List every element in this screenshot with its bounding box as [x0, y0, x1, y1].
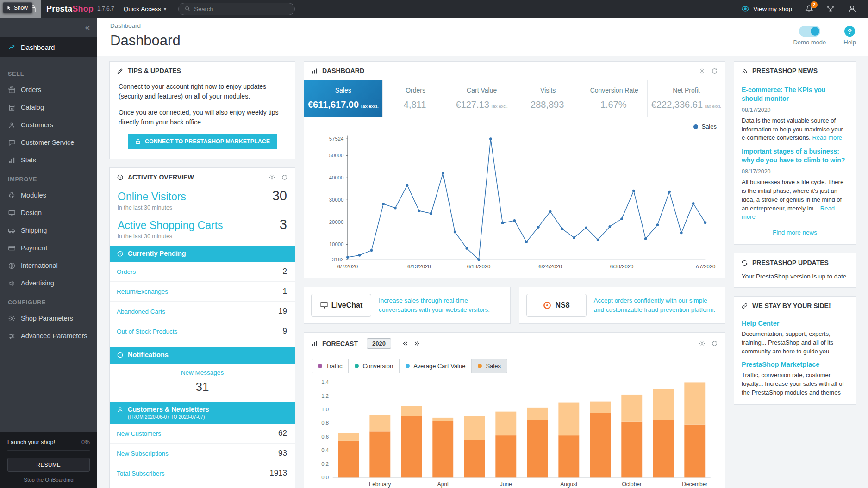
metric-tab-sales[interactable]: Sales [471, 359, 507, 373]
gamification-button[interactable] [826, 5, 835, 13]
sidebar-item-advanced-parameters[interactable]: Advanced Parameters [0, 327, 97, 345]
chat-bubble-icon [8, 139, 16, 147]
sidebar-section-configure: CONFIGURE Shop Parameters Advanced Param… [0, 292, 97, 345]
article-title-link[interactable]: Important stages of a business: why do y… [742, 147, 848, 165]
rewind-icon[interactable] [402, 340, 409, 347]
svg-text:50000: 50000 [329, 153, 344, 158]
online-visitors-link[interactable]: Online Visitors [118, 191, 186, 203]
sidebar-item-label: Catalog [21, 104, 44, 111]
new-customers-link[interactable]: New Customers [117, 430, 161, 437]
search-input[interactable] [194, 6, 289, 12]
kpi-tab-sales[interactable]: Sales €611,617.00Tax excl. [304, 80, 383, 117]
help-center-link[interactable]: Help Center [742, 320, 848, 327]
panel-title: TIPS & UPDATES [128, 67, 181, 74]
article-title-link[interactable]: E-commerce: The KPIs you should monitor [742, 86, 848, 103]
abandoned-carts-link[interactable]: Abandoned Carts [117, 308, 165, 315]
kpi-tab-visits[interactable]: Visits 288,893 [515, 80, 581, 117]
demo-mode-toggle[interactable] [799, 26, 820, 37]
sidebar-item-shop-parameters[interactable]: Shop Parameters [0, 309, 97, 327]
panel-title: PRESTASHOP UPDATES [752, 259, 829, 266]
show-onboarding-button[interactable]: Show [3, 2, 32, 13]
refresh-icon[interactable] [711, 68, 718, 74]
active-carts-link[interactable]: Active Shopping Carts [118, 219, 223, 232]
account-button[interactable] [848, 4, 857, 13]
sidebar-item-orders[interactable]: Orders [0, 81, 97, 99]
kpi-tab-orders[interactable]: Orders 4,811 [383, 80, 449, 117]
pending-orders-link[interactable]: Orders [117, 268, 136, 275]
sidebar-section-improve: IMPROVE Modules Design Shipping Payment … [0, 169, 97, 292]
middle-column: DASHBOARD Sales €611,617.00Tax excl. Ord… [304, 61, 725, 488]
prestashop-logo[interactable]: Show [0, 0, 41, 18]
resume-onboarding-button[interactable]: RESUME [7, 458, 90, 472]
credit-card-icon [8, 244, 16, 252]
customers-row: Total Subscribers1913 [110, 463, 295, 483]
svg-text:40000: 40000 [329, 175, 344, 180]
sidebar-item-shipping[interactable]: Shipping [0, 222, 97, 239]
left-column: TIPS & UPDATES Connect to your account r… [109, 61, 295, 488]
new-messages-link[interactable]: New Messages [110, 369, 295, 376]
svg-text:6/18/2020: 6/18/2020 [467, 264, 491, 269]
sidebar-item-catalog[interactable]: Catalog [0, 99, 97, 116]
svg-text:June: June [500, 482, 512, 488]
link-icon [741, 303, 748, 309]
ns8-promo-text[interactable]: Accept orders confidently with our simpl… [594, 296, 718, 315]
stop-onboarding-link[interactable]: Stop the OnBoarding [7, 477, 90, 482]
ns8-promo: NS8 Accept orders confidently with our s… [519, 287, 726, 324]
sidebar-item-advertising[interactable]: Advertising [0, 274, 97, 292]
metric-tab-conversion[interactable]: Conversion [348, 359, 400, 373]
metric-tab-traffic[interactable]: Traffic [312, 359, 349, 373]
gear-icon[interactable] [699, 340, 706, 347]
news-article: E-commerce: The KPIs you should monitor … [742, 86, 848, 142]
sidebar-item-design[interactable]: Design [0, 204, 97, 222]
prestashop-news-panel: PRESTASHOP NEWS E-commerce: The KPIs you… [734, 61, 856, 245]
help-button[interactable]: ? [844, 26, 855, 37]
notifications-bell-button[interactable]: 2 [805, 5, 813, 13]
kpi-tab-cart-value[interactable]: Cart Value €127.13Tax excl. [449, 80, 515, 117]
sidebar-item-customers[interactable]: Customers [0, 116, 97, 134]
quick-access-dropdown[interactable]: Quick Access ▾ [124, 6, 167, 12]
sidebar-collapse-button[interactable]: « [0, 18, 97, 37]
sidebar-item-international[interactable]: International [0, 257, 97, 274]
sidebar-item-payment[interactable]: Payment [0, 239, 97, 257]
total-subscribers-link[interactable]: Total Subscribers [117, 470, 165, 477]
toggle-knob [811, 27, 819, 36]
find-more-news-link[interactable]: Find more news [742, 222, 848, 239]
kpi-tab-conversion-rate[interactable]: Conversion Rate 1.67% [581, 80, 648, 117]
pending-row: Orders2 [110, 262, 295, 282]
livechat-logo[interactable]: LiveChat [311, 294, 371, 317]
view-my-shop-link[interactable]: View my shop [741, 5, 792, 13]
sidebar-item-stats[interactable]: Stats [0, 151, 97, 169]
online-visitors-value: 30 [272, 188, 287, 204]
fast-forward-icon[interactable] [413, 340, 420, 347]
pending-row: Abandoned Carts19 [110, 302, 295, 321]
kpi-tab-net-profit[interactable]: Net Profit €222,336.61Tax excl. [648, 80, 725, 117]
marketplace-link[interactable]: PrestaShop Marketplace [742, 361, 848, 368]
demo-mode-label: Demo mode [793, 39, 826, 46]
forecast-bar-chart: 0.00.20.40.60.81.01.21.4FebruaryAprilJun… [304, 375, 725, 488]
metric-tab-average-cart-value[interactable]: Average Cart Value [399, 359, 472, 373]
sidebar-item-label: Advertising [21, 279, 54, 287]
panel-title: PRESTASHOP NEWS [752, 67, 818, 74]
search-box [178, 3, 295, 15]
refresh-icon[interactable] [711, 340, 718, 347]
gear-icon[interactable] [699, 68, 706, 74]
ns8-logo[interactable]: NS8 [526, 294, 587, 317]
out-of-stock-link[interactable]: Out of Stock Products [117, 328, 177, 335]
new-subscriptions-link[interactable]: New Subscriptions [117, 450, 169, 457]
search-icon [184, 6, 191, 12]
livechat-promo-text[interactable]: Increase sales through real-time convers… [379, 296, 503, 315]
chevron-down-icon: ▾ [164, 6, 167, 12]
sidebar-item-label: Stats [21, 156, 36, 164]
read-more-link[interactable]: Read more [812, 134, 842, 141]
panel-title: ACTIVITY OVERVIEW [128, 173, 194, 181]
gear-icon[interactable] [269, 174, 275, 181]
active-carts-value: 3 [280, 217, 287, 232]
sidebar-item-dashboard[interactable]: Dashboard [0, 37, 97, 57]
pending-returns-link[interactable]: Return/Exchanges [117, 288, 168, 295]
speech-bubble-icon [320, 301, 328, 309]
sidebar-item-modules[interactable]: Modules [0, 186, 97, 204]
sidebar-item-customer-service[interactable]: Customer Service [0, 134, 97, 151]
refresh-icon[interactable] [281, 174, 288, 181]
connect-marketplace-button[interactable]: CONNECT TO PRESTASHOP MARKETPLACE [128, 134, 277, 149]
sidebar-section-title: CONFIGURE [0, 292, 97, 309]
